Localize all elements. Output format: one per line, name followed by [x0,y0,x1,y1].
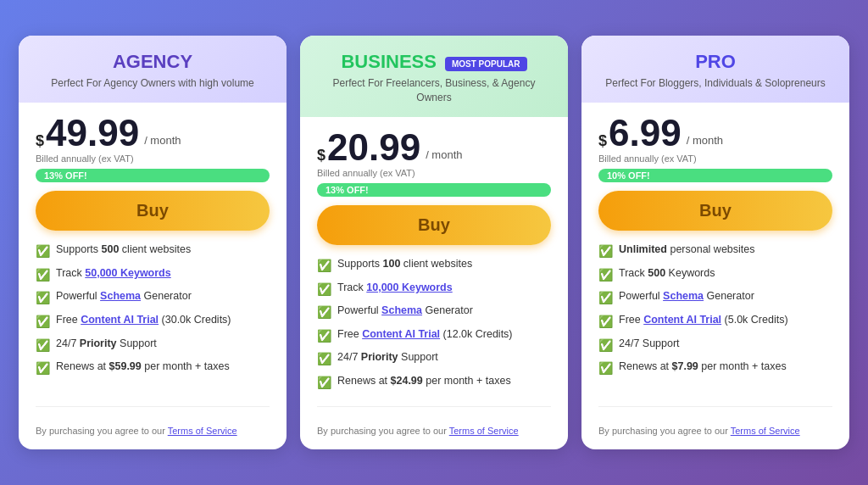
feature-text: Track 50,000 Keywords [56,266,171,282]
price-period: / month [426,148,462,166]
feature-bold-text[interactable]: Schema [381,304,422,316]
feature-item: ✅Supports 500 client websites [36,242,270,260]
price-amount: 49.99 [46,114,139,152]
feature-bold-text: $59.99 [109,360,142,372]
discount-badge: 10% OFF! [598,169,832,182]
check-icon: ✅ [317,328,331,345]
card-body-pro: $6.99/ monthBilled annually (ex VAT)10% … [581,103,849,449]
buy-button-agency[interactable]: Buy [36,191,270,231]
check-icon: ✅ [36,337,50,354]
feature-item: ✅Renews at $24.99 per month + taxes [317,374,551,392]
check-icon: ✅ [317,258,331,275]
card-subtitle-pro: Perfect For Bloggers, Individuals & Solo… [598,76,832,91]
feature-text: 24/7 Support [619,337,680,352]
price-billed: Billed annually (ex VAT) [36,153,270,164]
feature-item: ✅Free Content AI Trial (5.0k Credits) [598,313,832,331]
features-list-business: ✅Supports 100 client websites✅Track 10,0… [317,257,551,398]
feature-item: ✅Renews at $7.99 per month + taxes [598,360,832,377]
feature-text: Renews at $7.99 per month + taxes [619,360,787,375]
check-icon: ✅ [598,243,613,260]
feature-bold-text[interactable]: Content AI Trial [81,314,159,326]
feature-bold-text: Priority [80,337,117,349]
price-period: / month [687,134,723,152]
check-icon: ✅ [36,243,50,260]
tos-text: By purchasing you agree to our Terms of … [317,426,551,436]
feature-text: Powerful Schema Generator [56,289,192,304]
check-icon: ✅ [317,351,331,368]
price-row-pro: $6.99/ month [598,114,832,152]
feature-text: 24/7 Priority Support [56,337,157,352]
price-dollar-sign: $ [36,133,44,148]
feature-item: ✅Powerful Schema Generator [317,304,551,321]
card-header-agency: AGENCYPerfect For Agency Owners with hig… [19,36,287,103]
check-icon: ✅ [317,282,331,298]
tos-link[interactable]: Terms of Service [731,426,800,436]
card-title-agency: AGENCY [113,51,192,73]
feature-text: Renews at $59.99 per month + taxes [56,360,230,375]
card-business: BUSINESSMost PopularPerfect For Freelanc… [300,36,568,449]
card-header-business: BUSINESSMost PopularPerfect For Freelanc… [300,36,568,117]
price-row-business: $20.99/ month [317,129,551,166]
buy-button-pro[interactable]: Buy [598,191,832,231]
features-list-agency: ✅Supports 500 client websites✅Track 50,0… [36,242,270,397]
feature-text: Supports 100 client websites [337,257,472,272]
feature-text: Unlimited personal websites [619,242,754,258]
tos-link[interactable]: Terms of Service [449,426,519,436]
feature-text: Powerful Schema Generator [337,304,473,319]
feature-item: ✅Free Content AI Trial (30.0k Credits) [36,313,270,331]
card-header-pro: PROPerfect For Bloggers, Individuals & S… [581,36,849,103]
check-icon: ✅ [36,314,50,331]
features-list-pro: ✅Unlimited personal websites✅Track 500 K… [598,242,832,397]
tos-text: By purchasing you agree to our Terms of … [598,426,832,436]
check-icon: ✅ [317,304,331,321]
most-popular-badge: Most Popular [445,57,527,71]
price-period: / month [144,134,181,152]
feature-text: Free Content AI Trial (5.0k Credits) [619,313,788,328]
feature-item: ✅Powerful Schema Generator [598,289,832,307]
feature-text: 24/7 Priority Support [337,350,438,365]
check-icon: ✅ [36,290,50,307]
tos-link[interactable]: Terms of Service [168,426,237,436]
feature-bold-text: 500 [102,243,120,255]
check-icon: ✅ [36,267,50,284]
feature-bold-text[interactable]: Schema [663,290,704,302]
title-row-business: BUSINESSMost Popular [317,51,551,76]
price-amount: 6.99 [609,114,682,152]
price-billed: Billed annually (ex VAT) [598,153,832,164]
feature-item: ✅Supports 100 client websites [317,257,551,275]
check-icon: ✅ [598,267,613,284]
feature-bold-text: 500 [648,267,665,279]
feature-bold-text[interactable]: Content AI Trial [643,314,721,326]
feature-item: ✅Free Content AI Trial (12.0k Credits) [317,327,551,345]
check-icon: ✅ [598,290,613,307]
buy-button-business[interactable]: Buy [317,205,551,245]
price-amount: 20.99 [327,129,420,166]
feature-bold-text: 100 [383,258,401,270]
feature-item: ✅Renews at $59.99 per month + taxes [36,360,270,377]
card-title-business: BUSINESS [341,51,436,73]
card-pro: PROPerfect For Bloggers, Individuals & S… [581,36,849,449]
check-icon: ✅ [317,375,331,392]
feature-bold-text: $7.99 [672,360,698,372]
feature-item: ✅Track 500 Keywords [598,266,832,284]
feature-bold-text: Unlimited [619,243,667,255]
feature-item: ✅Track 50,000 Keywords [36,266,270,284]
title-row-pro: PRO [598,51,832,76]
check-icon: ✅ [598,314,613,331]
feature-item: ✅24/7 Priority Support [36,337,270,354]
price-dollar-sign: $ [317,148,326,163]
feature-bold-text[interactable]: 10,000 Keywords [366,282,452,293]
feature-text: Renews at $24.99 per month + taxes [337,374,511,389]
feature-item: ✅Track 10,000 Keywords [317,281,551,298]
feature-bold-text[interactable]: 50,000 Keywords [85,267,170,279]
discount-badge: 13% OFF! [317,183,551,197]
feature-bold-text[interactable]: Content AI Trial [362,328,440,340]
check-icon: ✅ [598,337,613,354]
feature-text: Track 10,000 Keywords [337,281,453,296]
pricing-cards: AGENCYPerfect For Agency Owners with hig… [19,36,849,449]
tos-divider [317,406,551,407]
feature-bold-text[interactable]: Schema [100,290,141,302]
tos-text: By purchasing you agree to our Terms of … [36,426,270,436]
card-body-business: $20.99/ monthBilled annually (ex VAT)13%… [300,117,568,449]
card-agency: AGENCYPerfect For Agency Owners with hig… [19,36,287,449]
